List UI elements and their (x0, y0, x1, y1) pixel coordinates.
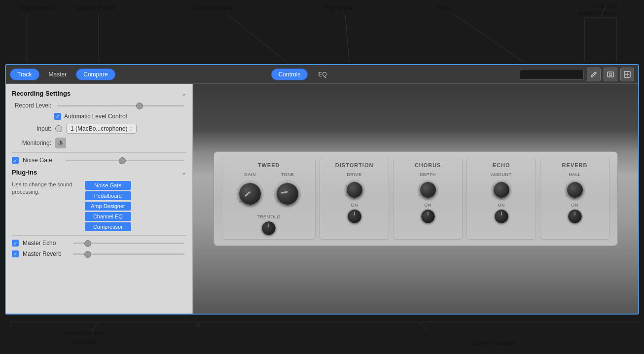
amp-pedal-annotation: Amp andpedal buttons (578, 2, 617, 17)
tone-knob-body (277, 183, 298, 205)
svg-line-61 (91, 322, 99, 332)
monitoring-row: Monitoring: (12, 138, 186, 148)
input-circle-icon (55, 125, 62, 132)
master-echo-thumb[interactable] (84, 240, 91, 247)
master-button-annotation: Master button (76, 4, 116, 11)
tremolo-group: TREMOLO (226, 212, 311, 235)
input-label: Input: (12, 125, 51, 132)
toolbar-center: Controls EQ (89, 69, 517, 80)
edit-icon-button[interactable] (587, 68, 601, 81)
distortion-toggle[interactable] (348, 210, 361, 223)
plugin-noise-gate[interactable]: Noise Gate (85, 181, 131, 190)
depth-knob-group: DEPTH 0 3 5 7 9 10 (417, 172, 439, 201)
effects-panel: TWEED GAIN 0 1 (214, 151, 618, 246)
master-reverb-label: Master Reverb (23, 250, 67, 257)
toolbar-right (520, 68, 634, 81)
tremolo-label: TREMOLO (257, 214, 281, 219)
auto-level-row: ✓ Automatic Level Control (12, 113, 186, 120)
record-level-slider[interactable] (57, 105, 184, 106)
auto-level-checkbox[interactable]: ✓ (54, 113, 61, 120)
echo-on-label: ON (498, 203, 505, 208)
input-select[interactable]: 1 (MacBo...crophone) ↕ (66, 124, 137, 134)
toolbar: Track Master Compare Controls EQ (6, 65, 638, 84)
tweed-label: TWEED (226, 162, 311, 168)
tone-knob-group: TONE 0 3 5 8 9 10 (273, 172, 302, 209)
record-level-row: Record Level: (12, 102, 186, 109)
svg-rect-14 (60, 141, 62, 144)
amount-label: AMOUNT (491, 172, 512, 177)
master-echo-slider[interactable] (73, 243, 184, 244)
bottom-lines-svg (5, 319, 639, 344)
noise-gate-thumb[interactable] (119, 157, 126, 164)
master-reverb-slider[interactable] (73, 253, 184, 255)
depth-knob[interactable]: 0 3 5 7 9 10 (417, 179, 439, 201)
content-area: Recording Settings ⌄ Record Level: ✓ Aut… (6, 84, 638, 314)
eq-button-annotation: EQ button (325, 4, 355, 11)
chorus-toggle[interactable] (421, 210, 435, 223)
tone-knob[interactable]: 0 3 5 8 9 10 (273, 179, 302, 209)
amount-knob[interactable]: 0 3 5 7 9 10 (491, 179, 512, 201)
eq-button[interactable]: EQ (311, 69, 334, 80)
chorus-section: CHORUS DEPTH 0 3 5 7 9 (393, 158, 463, 240)
master-reverb-thumb[interactable] (84, 251, 91, 258)
master-echo-checkbox[interactable]: ✓ (12, 240, 19, 247)
monitoring-button[interactable] (55, 138, 66, 148)
hall-knob-group: HALL 0 3 5 7 9 10 (564, 172, 586, 201)
plugin-compressor[interactable]: Compressor (85, 222, 131, 231)
drive-knob[interactable]: 0 3 5 7 9 10 (344, 179, 365, 201)
track-button[interactable]: Track (10, 69, 39, 80)
pedal-button[interactable] (620, 68, 634, 81)
hall-knob[interactable]: 0 3 5 7 9 10 (564, 179, 586, 201)
reverb-label: REVERB (562, 162, 588, 168)
master-reverb-checkbox[interactable]: ✓ (12, 250, 19, 257)
input-chevron-icon: ↕ (129, 125, 132, 132)
svg-text:3: 3 (419, 184, 420, 187)
gain-pointer (244, 191, 250, 197)
plugins-chevron[interactable]: ⌄ (181, 169, 186, 176)
noise-gate-row: ✓ Noise Gate (12, 157, 186, 164)
reverb-section: REVERB HALL 0 3 5 7 9 (540, 158, 609, 240)
annotations-area: Track button Master button Controls butt… (0, 0, 644, 64)
smart-control-inspector: Recording Settings ⌄ Record Level: ✓ Aut… (6, 84, 193, 314)
amp-button[interactable] (604, 68, 617, 81)
tone-label: TONE (281, 172, 294, 177)
tuner-display (520, 69, 584, 80)
amp-icon (607, 71, 614, 78)
input-value: 1 (MacBo...crophone) (71, 125, 127, 132)
depth-knob-body (420, 182, 436, 198)
svg-line-8 (601, 5, 607, 17)
reverb-on-label: ON (571, 203, 578, 208)
amp-controls-container: TWEED GAIN 0 1 (214, 151, 618, 246)
tremolo-knob[interactable] (262, 221, 276, 235)
gain-knob[interactable]: 0 1 5 7 9 10 (235, 179, 265, 209)
plugins-header: Plug-ins ⌄ (12, 169, 186, 176)
depth-label: DEPTH (420, 172, 436, 177)
recording-settings-chevron[interactable]: ⌄ (181, 90, 186, 97)
controls-button-annotation: Controls button (192, 4, 236, 11)
noise-gate-slider[interactable] (66, 160, 184, 161)
hall-label: HALL (569, 172, 581, 177)
controls-button[interactable]: Controls (271, 69, 308, 80)
plugin-pedalboard[interactable]: Pedalboard (85, 191, 131, 200)
tweed-knobs-row: GAIN 0 1 5 7 9 (226, 172, 311, 209)
drive-knob-group: DRIVE 0 3 5 7 9 10 (344, 172, 365, 201)
record-level-thumb[interactable] (136, 103, 143, 109)
svg-text:3: 3 (345, 184, 347, 187)
record-level-label: Record Level: (12, 102, 51, 109)
echo-label: ECHO (493, 162, 510, 168)
master-button[interactable]: Master (41, 69, 74, 80)
plugin-channel-eq[interactable]: Channel EQ (85, 212, 131, 221)
plugins-desc: Use to change the sound processing. (12, 181, 81, 227)
echo-toggle[interactable] (495, 210, 508, 223)
screen-controls-label: Screen controls (471, 339, 516, 347)
drive-label: DRIVE (347, 172, 362, 177)
echo-section: ECHO AMOUNT 0 3 5 7 9 (466, 158, 536, 240)
plugin-amp-designer[interactable]: Amp Designer (85, 202, 131, 211)
reverb-toggle[interactable] (568, 210, 582, 223)
divider-2 (12, 235, 186, 236)
tweed-section: TWEED GAIN 0 1 (222, 158, 316, 240)
distortion-on-label: ON (351, 203, 358, 208)
noise-gate-checkbox[interactable]: ✓ (12, 157, 19, 164)
input-row: Input: 1 (MacBo...crophone) ↕ (12, 124, 186, 134)
gain-knob-group: GAIN 0 1 5 7 9 (235, 172, 265, 209)
